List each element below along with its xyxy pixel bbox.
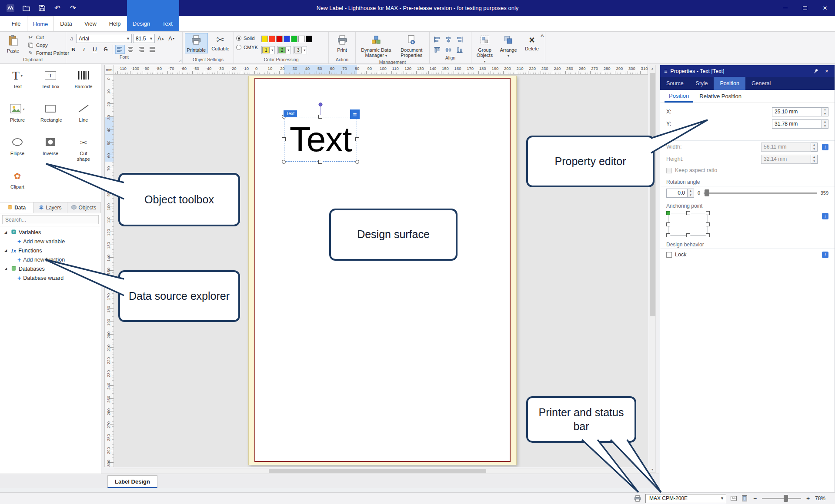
add-new-variable[interactable]: +Add new variable — [0, 237, 101, 246]
object-menu-button[interactable]: ≡ — [350, 109, 360, 119]
delete-button[interactable]: × Delete — [521, 33, 543, 53]
barcode-tool[interactable]: Barcode — [67, 66, 100, 100]
x-spinner[interactable]: ▲▼ — [822, 107, 828, 116]
resize-handle-w[interactable] — [282, 137, 286, 141]
tab-general[interactable]: General — [745, 77, 777, 90]
lock-checkbox[interactable] — [666, 252, 672, 258]
subtab-relative-position[interactable]: Relative Position — [695, 90, 746, 103]
keep-aspect-ratio-checkbox[interactable] — [666, 168, 672, 173]
tab-source[interactable]: Source — [660, 77, 690, 90]
anchoring-point-widget[interactable] — [668, 213, 708, 235]
expand-icon[interactable]: ◢ — [4, 230, 9, 234]
resize-handle-n[interactable] — [318, 115, 322, 119]
scrollbar-thumb[interactable] — [650, 73, 655, 316]
cut-shape-tool[interactable]: ✂Cut shape — [67, 133, 100, 167]
group-objects-button[interactable]: Group Objects ▾ — [474, 33, 496, 65]
printable-toggle[interactable]: Printable — [185, 33, 208, 53]
inverse-tool[interactable]: Inverse — [34, 133, 67, 167]
anchor-w[interactable] — [666, 222, 670, 226]
grow-font-button[interactable]: A▲ — [156, 34, 166, 43]
color-swatch[interactable] — [298, 36, 305, 42]
anchor-n[interactable] — [686, 211, 690, 215]
height-input[interactable] — [761, 155, 811, 164]
collapse-ribbon-button[interactable]: ^ — [541, 33, 544, 40]
rotation-spinner[interactable]: ▲▼ — [687, 189, 694, 198]
clipart-tool[interactable]: ✿Clipart — [1, 167, 34, 200]
save-button[interactable] — [37, 4, 46, 13]
tree-item-databases[interactable]: ◢Databases — [0, 264, 101, 273]
align-left-button[interactable] — [432, 35, 442, 44]
x-input[interactable] — [772, 107, 822, 116]
color-channel-dropdown[interactable]: 2▾ — [277, 46, 291, 54]
resize-handle-sw[interactable] — [282, 160, 286, 164]
rotation-input[interactable] — [666, 189, 687, 198]
tab-home[interactable]: Home — [27, 16, 54, 31]
undo-button[interactable]: ↶ — [53, 4, 62, 13]
align-center-button[interactable] — [443, 35, 454, 44]
y-spinner[interactable]: ▲▼ — [822, 119, 828, 129]
document-properties-button[interactable]: Document Properties — [396, 33, 427, 59]
tab-design[interactable]: Design — [127, 16, 156, 31]
chevron-down-icon[interactable]: ▾ — [23, 107, 24, 111]
tab-label-design[interactable]: Label Design — [107, 475, 157, 488]
anchor-ne[interactable] — [706, 211, 710, 215]
line-tool[interactable]: Line — [67, 100, 100, 133]
y-input[interactable] — [772, 119, 822, 129]
align-right-button[interactable] — [454, 35, 465, 44]
color-swatch[interactable] — [291, 36, 297, 42]
anchor-e[interactable] — [706, 222, 710, 226]
add-new-function[interactable]: +Add new function — [0, 255, 101, 264]
fit-page-icon[interactable] — [741, 495, 748, 502]
cuttable-toggle[interactable]: ✂ Cuttable — [210, 33, 231, 53]
width-spinner[interactable]: ▲▼ — [811, 143, 818, 152]
align-middle-button[interactable] — [443, 45, 454, 55]
tab-help[interactable]: Help — [103, 16, 127, 31]
rotation-handle[interactable] — [319, 103, 323, 106]
print-button[interactable]: Print — [331, 33, 353, 53]
vertical-scrollbar[interactable]: ▲ ▼ — [649, 65, 656, 473]
tree-item-functions[interactable]: ◢ƒxFunctions — [0, 246, 101, 255]
search-input[interactable] — [2, 215, 99, 224]
align-center-text-button[interactable] — [126, 45, 136, 54]
italic-button[interactable]: I — [79, 45, 89, 54]
scroll-down-arrow[interactable]: ▼ — [649, 466, 655, 472]
resize-handle-s[interactable] — [318, 160, 322, 164]
ellipse-tool[interactable]: Ellipse — [1, 133, 34, 167]
tab-data[interactable]: Data — [54, 16, 78, 31]
fit-width-icon[interactable] — [730, 495, 737, 502]
align-right-text-button[interactable] — [137, 45, 147, 54]
link-variable-icon[interactable]: i — [822, 252, 828, 258]
cmyk-radio[interactable]: CMYK — [236, 45, 258, 50]
selected-text-object[interactable]: Text Text ≡ — [284, 117, 357, 162]
copy-button[interactable]: Copy — [26, 42, 71, 49]
close-button[interactable]: × — [815, 0, 835, 16]
tab-data[interactable]: Data — [0, 202, 33, 213]
chevron-down-icon[interactable]: ▾ — [21, 74, 23, 78]
pin-icon[interactable] — [812, 67, 820, 75]
close-panel-button[interactable]: × — [823, 67, 831, 75]
scroll-up-arrow[interactable]: ▲ — [649, 65, 655, 71]
scrollbar-thumb[interactable] — [269, 469, 486, 473]
strikethrough-button[interactable]: S — [101, 45, 110, 54]
anchor-s[interactable] — [686, 233, 690, 237]
font-family-dropdown[interactable]: Arial▼ — [76, 34, 132, 43]
printer-select[interactable]: MAX CPM-200E▼ — [645, 494, 726, 503]
rotation-slider[interactable] — [704, 189, 817, 197]
height-spinner[interactable]: ▲▼ — [811, 155, 818, 164]
justify-text-button[interactable] — [148, 45, 157, 54]
align-bottom-button[interactable] — [454, 45, 465, 55]
text-object-content[interactable]: Text — [284, 117, 357, 162]
tab-position[interactable]: Position — [714, 77, 745, 90]
subtab-position[interactable]: Position — [665, 90, 693, 103]
zoom-slider[interactable] — [762, 494, 801, 502]
shrink-font-button[interactable]: A▼ — [167, 34, 177, 43]
tab-view[interactable]: View — [78, 16, 103, 31]
bold-button[interactable]: B — [68, 45, 78, 54]
link-variable-icon[interactable]: i — [822, 144, 828, 150]
font-size-dropdown[interactable]: 81.5▼ — [133, 34, 155, 43]
redo-button[interactable]: ↷ — [69, 4, 77, 13]
align-top-button[interactable] — [432, 45, 442, 55]
width-input[interactable] — [761, 143, 811, 152]
underline-button[interactable]: U — [90, 45, 100, 54]
tab-style[interactable]: Style — [690, 77, 714, 90]
